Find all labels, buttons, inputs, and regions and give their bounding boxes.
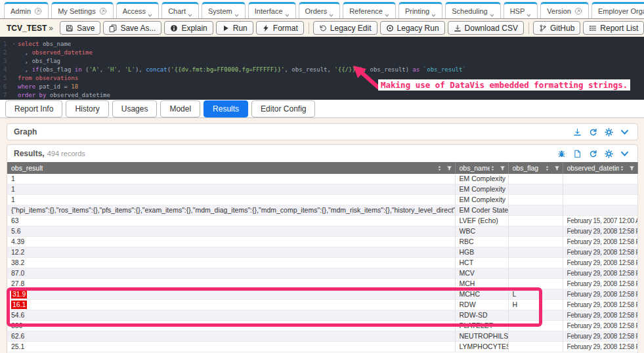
- external-link-icon[interactable]: [574, 7, 582, 15]
- refresh-icon[interactable]: [589, 150, 597, 158]
- table-row[interactable]: 54.6RDW-SDFebruary 29, 2008 12:58 PM: [7, 310, 637, 321]
- module-tab-label: Access: [123, 7, 146, 15]
- tab-history[interactable]: History: [66, 100, 108, 117]
- module-tab-label: HSP: [510, 7, 525, 15]
- sort-icon[interactable]: [619, 165, 625, 171]
- toolbar-separator: [309, 22, 309, 34]
- cell-obs-name: WBC: [455, 226, 508, 237]
- column-header-obs_flag[interactable]: obs_flag: [508, 162, 563, 174]
- code-text: order by observed_datetime: [18, 91, 110, 100]
- report-chevron[interactable]: »: [49, 24, 53, 33]
- table-row[interactable]: 62.6NEUTROPHILSFebruary 29, 2008 12:58 P…: [7, 331, 637, 342]
- table-row[interactable]: 38.2HCTFebruary 29, 2008 12:58 PM: [7, 258, 637, 268]
- cell-obs-name: PLATELET: [455, 321, 508, 331]
- cell-obs-name: EM Complexity: [455, 184, 508, 195]
- cell-obs-result: 1: [7, 174, 455, 184]
- table-row[interactable]: 1EM Complexity: [7, 174, 637, 184]
- cell-obs-flag: [508, 342, 563, 352]
- table-row[interactable]: 12.2HGBFebruary 29, 2008 12:58 PM: [7, 247, 637, 258]
- line-number: 2: [0, 49, 12, 57]
- module-tab-version[interactable]: Version: [540, 2, 589, 18]
- cell-obs-result: 54.6: [7, 310, 455, 321]
- legacy-edit-button[interactable]: Legacy Edit: [313, 21, 377, 35]
- table-row[interactable]: 5.6WBCFebruary 29, 2008 12:58 PM: [7, 226, 637, 237]
- sort-icon[interactable]: [490, 165, 496, 171]
- refresh-icon[interactable]: [589, 128, 597, 136]
- sort-icon[interactable]: [437, 165, 442, 171]
- results-panel: Results, 494 records obs_resultobs_nameo…: [7, 144, 638, 353]
- funnel-icon[interactable]: [500, 165, 505, 171]
- cell-obs-name: EM Complexity: [455, 174, 508, 184]
- column-header-obs_result[interactable]: obs_result: [7, 162, 455, 174]
- chevron-down-icon[interactable]: [620, 128, 629, 136]
- chevron-down-icon[interactable]: [620, 150, 629, 158]
- sort-icon[interactable]: [544, 165, 550, 171]
- module-tab-scheduling[interactable]: Scheduling: [445, 2, 500, 18]
- cell-obs-result: {"hpi_items":{},"ros_items":{},"pfs_item…: [7, 205, 455, 216]
- cell-observed-datetime: [563, 205, 637, 216]
- column-header-obs_name[interactable]: obs_name: [455, 162, 508, 174]
- save-button[interactable]: Save: [60, 21, 100, 35]
- module-tab-access[interactable]: Access: [116, 2, 159, 18]
- cell-obs-result: 4.39: [7, 237, 455, 247]
- funnel-icon[interactable]: [554, 165, 560, 171]
- run-button[interactable]: Run: [216, 21, 253, 35]
- line-number: 5: [0, 74, 12, 83]
- download-icon[interactable]: [573, 128, 582, 136]
- graph-panel-title: Graph: [14, 127, 37, 136]
- cell-obs-name: MCH: [455, 279, 508, 289]
- document-icon[interactable]: [573, 150, 582, 158]
- table-row[interactable]: 389PLATELETFebruary 29, 2008 12:58 PM: [7, 321, 637, 331]
- table-row[interactable]: 31.9MCHCLFebruary 29, 2008 12:58 PM: [7, 289, 637, 300]
- cell-obs-name: EM Coder State: [455, 205, 508, 216]
- table-row[interactable]: {"hpi_items":{},"ros_items":{},"pfs_item…: [7, 205, 637, 216]
- tab-results[interactable]: Results: [204, 100, 248, 117]
- tab-usages[interactable]: Usages: [112, 100, 158, 117]
- cell-obs-name: MCV: [455, 268, 508, 279]
- tab-report-info[interactable]: Report Info: [5, 100, 62, 117]
- cell-observed-datetime: February 29, 2008 12:58 PM: [563, 279, 637, 289]
- module-tab-chart[interactable]: Chart: [161, 2, 199, 18]
- column-header-observed_datetime[interactable]: observed_datetime: [563, 162, 637, 174]
- funnel-icon[interactable]: [446, 165, 452, 171]
- module-tab-reference[interactable]: Reference: [343, 2, 396, 18]
- module-tab-hsp[interactable]: HSP: [504, 2, 538, 18]
- top-tabbar: AdminMy SettingsAccessChartSystemInterfa…: [0, 0, 644, 18]
- legacy-run-button[interactable]: Legacy Run: [380, 21, 445, 35]
- funnel-icon[interactable]: [629, 165, 635, 171]
- external-link-icon[interactable]: [99, 7, 107, 15]
- table-row[interactable]: 16.1RDWHFebruary 29, 2008 12:58 PM: [7, 300, 637, 310]
- module-tab-admin[interactable]: Admin: [4, 2, 49, 18]
- table-row[interactable]: 1EM Complexity: [7, 195, 637, 205]
- save-as-button[interactable]: Save As...: [103, 21, 161, 35]
- fold-gutter: [12, 91, 18, 100]
- fold-caret-icon[interactable]: ▾: [12, 40, 18, 49]
- tab-model[interactable]: Model: [160, 100, 200, 117]
- table-row[interactable]: 4.39RBCFebruary 29, 2008 12:58 PM: [7, 237, 637, 247]
- explain-button[interactable]: Explain: [164, 21, 213, 35]
- report-list-button[interactable]: Report List: [583, 21, 644, 35]
- github-button[interactable]: GitHub: [533, 21, 580, 35]
- table-row[interactable]: 27.8MCHFebruary 29, 2008 12:58 PM: [7, 279, 637, 289]
- table-row[interactable]: 87.0MCVFebruary 29, 2008 12:58 PM: [7, 268, 637, 279]
- module-tab-interface[interactable]: Interface: [248, 2, 296, 18]
- gear-icon[interactable]: [605, 128, 613, 136]
- gear-icon[interactable]: [605, 150, 613, 158]
- download-csv-button[interactable]: Download CSV: [448, 21, 524, 35]
- format-button[interactable]: Format: [256, 21, 304, 35]
- module-tab-printing[interactable]: Printing: [398, 2, 442, 18]
- module-tab-my-settings[interactable]: My Settings: [51, 2, 113, 18]
- external-link-icon[interactable]: [34, 7, 42, 15]
- tab-editor-config[interactable]: Editor Config: [251, 100, 315, 117]
- module-tab-system[interactable]: System: [202, 2, 246, 18]
- cell-observed-datetime: February 29, 2008 12:58 PM: [563, 247, 637, 258]
- table-row[interactable]: 25.1LYMPHOCYTESFebruary 29, 2008 12:58 P…: [7, 342, 637, 352]
- module-tab-orders[interactable]: Orders: [299, 2, 341, 18]
- table-row[interactable]: 63LVEF (Echo)February 15, 2007 12:00 AM: [7, 216, 637, 226]
- fold-gutter: [12, 49, 18, 57]
- table-row[interactable]: 1EM Complexity: [7, 184, 637, 195]
- bug-icon[interactable]: [557, 150, 566, 158]
- cell-obs-flag: [508, 258, 563, 268]
- cell-observed-datetime: February 29, 2008 12:58 PM: [563, 342, 637, 352]
- module-tab-employer-organizations[interactable]: Employer Organizations: [591, 2, 644, 18]
